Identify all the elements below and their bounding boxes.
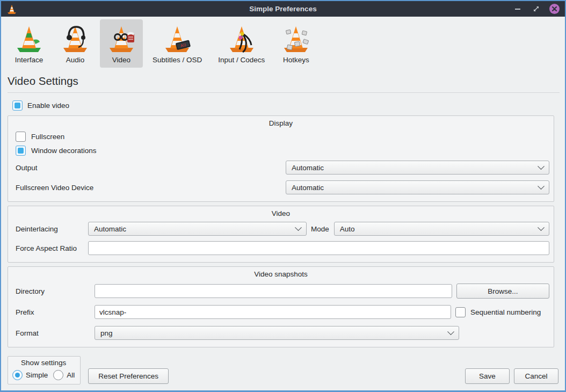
directory-input[interactable] bbox=[95, 284, 452, 298]
prefix-input[interactable] bbox=[95, 305, 451, 319]
tab-hotkeys[interactable]: Hotkeys bbox=[274, 19, 317, 68]
chevron-down-icon bbox=[295, 224, 302, 231]
radio-option-simple[interactable]: Simple bbox=[12, 370, 48, 380]
output-select-value: Automatic bbox=[292, 164, 539, 172]
input-codecs-cone-icon bbox=[227, 24, 257, 54]
prefix-label: Prefix bbox=[16, 308, 95, 316]
mode-select[interactable]: Auto bbox=[334, 222, 549, 236]
tab-subtitles-osd[interactable]: A)) Subtitles / OSD bbox=[146, 19, 208, 68]
tab-label: Audio bbox=[66, 56, 85, 64]
window-decorations-label: Window decorations bbox=[31, 147, 97, 155]
chevron-down-icon bbox=[538, 183, 545, 190]
simple-radio[interactable] bbox=[12, 370, 23, 380]
minimize-icon bbox=[515, 9, 520, 10]
output-label: Output bbox=[16, 164, 286, 172]
hotkeys-cone-icon bbox=[281, 24, 311, 54]
interface-cone-icon bbox=[14, 24, 44, 54]
display-groupbox: Display Fullscreen Window decorations Ou… bbox=[8, 115, 554, 202]
page-title: Video Settings bbox=[8, 75, 565, 88]
cancel-button[interactable]: Cancel bbox=[514, 368, 558, 384]
heading-divider bbox=[8, 92, 560, 93]
force-aspect-ratio-label: Force Aspect Ratio bbox=[16, 244, 88, 252]
simple-preferences-window: Simple Preferences bbox=[0, 0, 566, 392]
tab-label: Subtitles / OSD bbox=[153, 56, 202, 64]
close-button[interactable] bbox=[549, 4, 560, 14]
reset-preferences-button[interactable]: Reset Preferences bbox=[88, 368, 169, 384]
mode-label: Mode bbox=[311, 225, 329, 233]
sequential-numbering-checkbox[interactable] bbox=[455, 307, 466, 317]
maximize-button[interactable] bbox=[531, 4, 541, 14]
all-radio[interactable] bbox=[53, 370, 63, 380]
tab-audio[interactable]: Audio bbox=[54, 19, 97, 68]
checkbox-mark bbox=[14, 103, 20, 108]
all-radio-label: All bbox=[67, 371, 75, 379]
deinterlacing-select-value: Automatic bbox=[94, 225, 296, 233]
subtitles-cone-icon: A)) bbox=[162, 24, 192, 54]
tab-label: Video bbox=[112, 56, 130, 64]
browse-button[interactable]: Browse... bbox=[456, 284, 549, 299]
vlc-cone-icon bbox=[6, 4, 17, 14]
footer: Show settings Simple All Reset Preferenc… bbox=[1, 356, 565, 390]
video-groupbox: Video Deinterlacing Automatic Mode Auto … bbox=[8, 206, 554, 263]
sequential-numbering-label: Sequential numbering bbox=[470, 308, 549, 316]
titlebar[interactable]: Simple Preferences bbox=[1, 1, 565, 17]
audio-cone-icon bbox=[60, 24, 90, 54]
tab-video[interactable]: Video bbox=[100, 19, 143, 68]
deinterlacing-select[interactable]: Automatic bbox=[88, 222, 307, 236]
output-select[interactable]: Automatic bbox=[286, 161, 549, 175]
format-label: Format bbox=[16, 329, 95, 337]
checkbox-mark bbox=[18, 134, 24, 140]
radio-option-all[interactable]: All bbox=[53, 370, 75, 380]
format-select[interactable]: png bbox=[95, 326, 459, 340]
tab-label: Input / Codecs bbox=[218, 56, 265, 64]
simple-radio-label: Simple bbox=[26, 371, 48, 379]
window-title: Simple Preferences bbox=[1, 5, 565, 13]
mode-select-value: Auto bbox=[340, 225, 539, 233]
tab-input-codecs[interactable]: Input / Codecs bbox=[212, 19, 271, 68]
show-settings-title: Show settings bbox=[12, 359, 75, 370]
checkbox-mark bbox=[18, 148, 24, 154]
fullscreen-video-device-label: Fullscreen Video Device bbox=[16, 184, 286, 192]
close-icon bbox=[552, 6, 557, 11]
radio-dot bbox=[15, 373, 20, 378]
video-cone-icon bbox=[106, 24, 136, 54]
chevron-down-icon bbox=[538, 163, 545, 170]
tab-label: Interface bbox=[15, 56, 43, 64]
window-decorations-checkbox[interactable] bbox=[16, 146, 26, 156]
display-group-title: Display bbox=[8, 116, 554, 129]
chevron-down-icon bbox=[447, 328, 454, 335]
minimize-button[interactable] bbox=[513, 4, 523, 14]
maximize-icon bbox=[533, 5, 540, 12]
show-settings-groupbox: Show settings Simple All bbox=[8, 356, 81, 384]
video-snapshots-group-title: Video snapshots bbox=[8, 267, 554, 280]
tab-label: Hotkeys bbox=[283, 56, 309, 64]
format-select-value: png bbox=[100, 329, 448, 337]
force-aspect-ratio-input[interactable] bbox=[88, 241, 549, 255]
fullscreen-label: Fullscreen bbox=[31, 133, 64, 141]
preferences-toolbar: Interface Audio Video bbox=[1, 17, 565, 69]
enable-video-label: Enable video bbox=[27, 101, 69, 110]
video-snapshots-groupbox: Video snapshots Directory Browse... Pref… bbox=[8, 266, 554, 347]
fullscreen-checkbox[interactable] bbox=[16, 132, 26, 142]
chevron-down-icon bbox=[538, 224, 545, 231]
tab-interface[interactable]: Interface bbox=[8, 19, 50, 68]
checkbox-mark bbox=[458, 309, 463, 315]
radio-dot bbox=[56, 373, 61, 378]
deinterlacing-label: Deinterlacing bbox=[16, 225, 88, 233]
enable-video-checkbox[interactable] bbox=[12, 100, 23, 111]
directory-label: Directory bbox=[16, 287, 95, 295]
fullscreen-video-device-select-value: Automatic bbox=[292, 184, 539, 192]
save-button[interactable]: Save bbox=[465, 368, 510, 384]
video-group-title: Video bbox=[8, 206, 554, 220]
fullscreen-video-device-select[interactable]: Automatic bbox=[286, 180, 549, 194]
